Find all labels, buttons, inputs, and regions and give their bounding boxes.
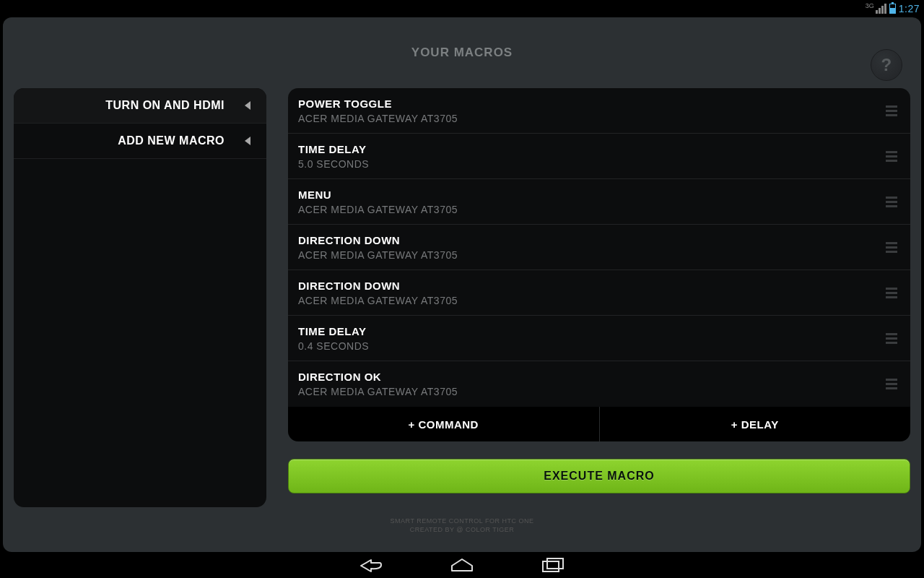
- main-content: POWER TOGGLE ACER MEDIA GATEWAY AT3705 T…: [288, 88, 910, 507]
- add-command-button[interactable]: + COMMAND: [288, 407, 600, 441]
- step-title: DIRECTION OK: [298, 371, 886, 383]
- drag-handle-icon[interactable]: [886, 288, 900, 298]
- header: YOUR MACROS ?: [3, 17, 921, 88]
- drag-handle-icon[interactable]: [886, 242, 900, 253]
- app-panel: YOUR MACROS ? TURN ON AND HDMI ADD NEW M…: [3, 17, 921, 552]
- page-title: YOUR MACROS: [411, 46, 513, 60]
- add-command-label: + COMMAND: [409, 418, 479, 431]
- step-subtitle: ACER MEDIA GATEWAY AT3705: [298, 113, 886, 124]
- macro-step[interactable]: MENU ACER MEDIA GATEWAY AT3705: [288, 179, 910, 225]
- svg-rect-0: [543, 561, 559, 571]
- sidebar-item-add-macro[interactable]: ADD NEW MACRO: [14, 124, 266, 159]
- sidebar-item-macro[interactable]: TURN ON AND HDMI: [14, 88, 266, 124]
- macro-step[interactable]: TIME DELAY 0.4 SECONDS: [288, 316, 910, 361]
- step-subtitle: ACER MEDIA GATEWAY AT3705: [298, 386, 886, 397]
- battery-icon: [889, 4, 896, 14]
- step-subtitle: 5.0 SECONDS: [298, 158, 886, 170]
- step-title: MENU: [298, 189, 886, 201]
- add-row: + COMMAND + DELAY: [288, 407, 910, 441]
- help-icon: ?: [881, 55, 892, 75]
- step-title: TIME DELAY: [298, 325, 886, 337]
- drag-handle-icon[interactable]: [886, 151, 900, 162]
- macro-step[interactable]: DIRECTION OK ACER MEDIA GATEWAY AT3705: [288, 361, 910, 407]
- add-delay-label: + DELAY: [731, 418, 779, 431]
- macro-step[interactable]: POWER TOGGLE ACER MEDIA GATEWAY AT3705: [288, 88, 910, 134]
- step-subtitle: 0.4 SECONDS: [298, 340, 886, 352]
- sidebar: TURN ON AND HDMI ADD NEW MACRO: [14, 88, 266, 507]
- execute-label: EXECUTE MACRO: [544, 470, 654, 483]
- chevron-left-icon: [245, 137, 250, 145]
- android-nav-bar: [0, 552, 924, 578]
- step-subtitle: ACER MEDIA GATEWAY AT3705: [298, 204, 886, 215]
- svg-rect-1: [547, 558, 563, 569]
- signal-icon: [876, 4, 886, 14]
- step-subtitle: ACER MEDIA GATEWAY AT3705: [298, 295, 886, 306]
- step-title: DIRECTION DOWN: [298, 280, 886, 292]
- footer-line1: SMART REMOTE CONTROL FOR HTC ONE: [3, 517, 921, 526]
- step-title: DIRECTION DOWN: [298, 234, 886, 246]
- home-icon[interactable]: [449, 557, 475, 573]
- macro-step[interactable]: DIRECTION DOWN ACER MEDIA GATEWAY AT3705: [288, 270, 910, 316]
- help-button[interactable]: ?: [871, 49, 902, 81]
- execute-macro-button[interactable]: EXECUTE MACRO: [288, 459, 910, 493]
- footer-line2: CREATED BY @ COLOR TIGER: [3, 526, 921, 535]
- android-status-bar: 3G 1:27: [0, 0, 924, 17]
- drag-handle-icon[interactable]: [886, 105, 900, 116]
- add-delay-button[interactable]: + DELAY: [600, 407, 911, 441]
- drag-handle-icon[interactable]: [886, 379, 900, 389]
- chevron-left-icon: [245, 101, 250, 110]
- footer: SMART REMOTE CONTROL FOR HTC ONE CREATED…: [3, 517, 921, 534]
- macro-steps-list: POWER TOGGLE ACER MEDIA GATEWAY AT3705 T…: [288, 88, 910, 407]
- drag-handle-icon[interactable]: [886, 197, 900, 207]
- sidebar-item-label: ADD NEW MACRO: [118, 134, 225, 147]
- macro-step[interactable]: DIRECTION DOWN ACER MEDIA GATEWAY AT3705: [288, 225, 910, 270]
- macro-step[interactable]: TIME DELAY 5.0 SECONDS: [288, 134, 910, 179]
- sidebar-item-label: TURN ON AND HDMI: [105, 99, 225, 112]
- network-type: 3G: [866, 2, 874, 9]
- clock: 1:27: [899, 3, 920, 14]
- recent-apps-icon[interactable]: [540, 557, 566, 573]
- step-title: POWER TOGGLE: [298, 98, 886, 110]
- step-title: TIME DELAY: [298, 143, 886, 155]
- drag-handle-icon[interactable]: [886, 333, 900, 344]
- step-subtitle: ACER MEDIA GATEWAY AT3705: [298, 249, 886, 261]
- back-icon[interactable]: [358, 557, 384, 573]
